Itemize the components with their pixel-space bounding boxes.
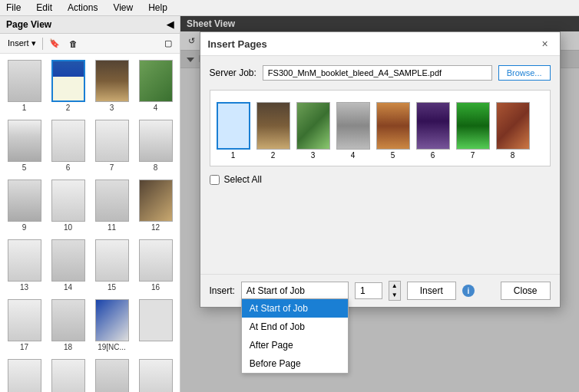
- list-item[interactable]: 16: [136, 238, 175, 293]
- thumb-img-14: [51, 239, 85, 282]
- insert-position-select[interactable]: At Start of Job At End of Job After Page…: [241, 282, 349, 300]
- list-item[interactable]: 14: [48, 238, 88, 293]
- insert-footer-label: Insert:: [210, 285, 235, 296]
- list-item[interactable]: 6: [48, 118, 88, 173]
- page-number-input[interactable]: [355, 282, 382, 299]
- server-job-label: Server Job:: [210, 68, 256, 78]
- dropdown-option-after[interactable]: After Page: [242, 336, 348, 354]
- pdf-thumb-5[interactable]: 5: [376, 102, 410, 160]
- modal-titlebar: Insert Pages ×: [200, 32, 560, 56]
- menu-actions[interactable]: Actions: [65, 2, 101, 14]
- list-item[interactable]: 1: [5, 58, 44, 114]
- thumb-label-1: 1: [22, 104, 27, 112]
- menu-view[interactable]: View: [110, 2, 136, 14]
- pdf-thumb-2[interactable]: 2: [256, 102, 290, 160]
- list-item[interactable]: 15: [92, 238, 131, 293]
- thumb-img-3: [95, 60, 129, 102]
- insert-pages-modal: Insert Pages × Server Job: Browse...: [200, 31, 561, 308]
- thumb-img-15: [95, 239, 129, 282]
- modal-footer: Insert: At Start of Job At End of Job Af…: [200, 274, 560, 307]
- dropdown-option-end[interactable]: At End of Job: [242, 318, 348, 336]
- thumb-img-2: [51, 60, 85, 102]
- pdf-thumb-4[interactable]: 4: [336, 102, 370, 160]
- list-item[interactable]: 10: [48, 178, 88, 233]
- info-icon: i: [462, 285, 475, 297]
- list-item[interactable]: 7: [92, 118, 131, 173]
- left-panel-collapse-icon[interactable]: ◀: [167, 19, 174, 30]
- thumb-img-22: [95, 359, 129, 392]
- menu-file[interactable]: File: [3, 2, 24, 14]
- pdf-thumb-img-6: [416, 102, 450, 150]
- dropdown-option-before[interactable]: Before Page: [242, 354, 348, 373]
- delete-button[interactable]: 🗑: [66, 38, 81, 50]
- pdf-thumb-img-8: [496, 102, 530, 150]
- thumb-label-5: 5: [22, 163, 27, 172]
- toolbar-sep1: [42, 38, 43, 50]
- thumb-label-14: 14: [64, 283, 72, 292]
- thumb-label-2: 2: [66, 104, 71, 112]
- list-item[interactable]: 5: [5, 118, 44, 173]
- thumb-img-7: [95, 120, 129, 162]
- list-item[interactable]: 13: [5, 238, 44, 293]
- modal-title: Insert Pages: [208, 38, 267, 50]
- thumb-label-3: 3: [110, 104, 114, 112]
- list-item[interactable]: 17: [5, 298, 44, 353]
- pdf-thumb-8[interactable]: 8: [496, 102, 530, 160]
- thumb-img-12: [139, 180, 173, 222]
- pdf-thumb-label-3: 3: [311, 151, 316, 160]
- thumbnail-grid: 1 2 3 4 5: [0, 54, 180, 392]
- list-item[interactable]: 11: [92, 178, 131, 233]
- list-item[interactable]: [136, 298, 175, 353]
- insert-button[interactable]: Insert ▾: [5, 37, 39, 50]
- insert-dropdown-arrow: ▾: [31, 38, 36, 48]
- pdf-thumb-img-5: [376, 102, 410, 150]
- thumb-label-8: 8: [154, 163, 158, 172]
- pdf-thumb-1[interactable]: 1: [217, 102, 250, 160]
- pdf-thumb-6[interactable]: 6: [416, 102, 450, 160]
- list-item[interactable]: 12: [136, 178, 175, 233]
- thumb-label-9: 9: [22, 223, 27, 232]
- list-item[interactable]: 9: [5, 178, 44, 233]
- list-item[interactable]: 3: [92, 58, 131, 114]
- thumb-label-10: 10: [64, 223, 72, 232]
- menu-edit[interactable]: Edit: [33, 2, 55, 14]
- insert-select-container: At Start of Job At End of Job After Page…: [241, 282, 349, 300]
- select-all-label: Select All: [224, 174, 262, 185]
- pdf-thumb-label-8: 8: [511, 151, 515, 160]
- list-item[interactable]: 2: [48, 58, 88, 114]
- list-item[interactable]: 18: [48, 298, 88, 353]
- list-item[interactable]: 8: [136, 118, 175, 173]
- dropdown-option-start[interactable]: At Start of Job: [242, 299, 348, 318]
- menu-help[interactable]: Help: [145, 2, 170, 14]
- modal-close-button[interactable]: ×: [538, 37, 552, 51]
- close-modal-button[interactable]: Close: [501, 282, 551, 300]
- panel-right-btn[interactable]: ▢: [161, 37, 175, 50]
- spinner-down-button[interactable]: ▼: [389, 291, 400, 300]
- pdf-thumb-3[interactable]: 3: [296, 102, 330, 160]
- thumb-img-8: [139, 120, 173, 162]
- thumb-label-19: 19[NC...: [98, 343, 126, 351]
- thumb-img-16: [139, 239, 173, 282]
- bookmark-button[interactable]: 🔖: [46, 37, 63, 50]
- pdf-thumb-label-7: 7: [471, 151, 475, 160]
- list-item[interactable]: 20: [5, 357, 44, 392]
- list-item[interactable]: 21: [48, 357, 88, 392]
- pdf-thumb-label-1: 1: [231, 151, 236, 160]
- list-item[interactable]: 4: [136, 58, 175, 114]
- spinner-up-button[interactable]: ▲: [389, 282, 400, 291]
- server-job-input[interactable]: [263, 65, 492, 81]
- list-item[interactable]: 19[NC...: [92, 298, 131, 353]
- select-all-checkbox[interactable]: [210, 175, 220, 185]
- thumb-img-empty: [139, 299, 173, 341]
- panel-toolbar: Insert ▾ 🔖 🗑 ▢: [0, 34, 180, 54]
- left-panel: Page View ◀ Insert ▾ 🔖 🗑 ▢ 1: [0, 16, 180, 392]
- thumb-img-21: [51, 359, 85, 392]
- modal-body: Server Job: Browse... 1: [200, 56, 560, 274]
- list-item[interactable]: 23: [136, 357, 175, 392]
- page-view-title: Page View: [6, 19, 51, 30]
- browse-button[interactable]: Browse...: [498, 65, 551, 81]
- list-item[interactable]: 22: [92, 357, 131, 392]
- pdf-thumb-7[interactable]: 7: [456, 102, 490, 160]
- insert-action-button[interactable]: Insert: [407, 282, 456, 300]
- content-area: Page View ◀ Insert ▾ 🔖 🗑 ▢ 1: [0, 16, 579, 392]
